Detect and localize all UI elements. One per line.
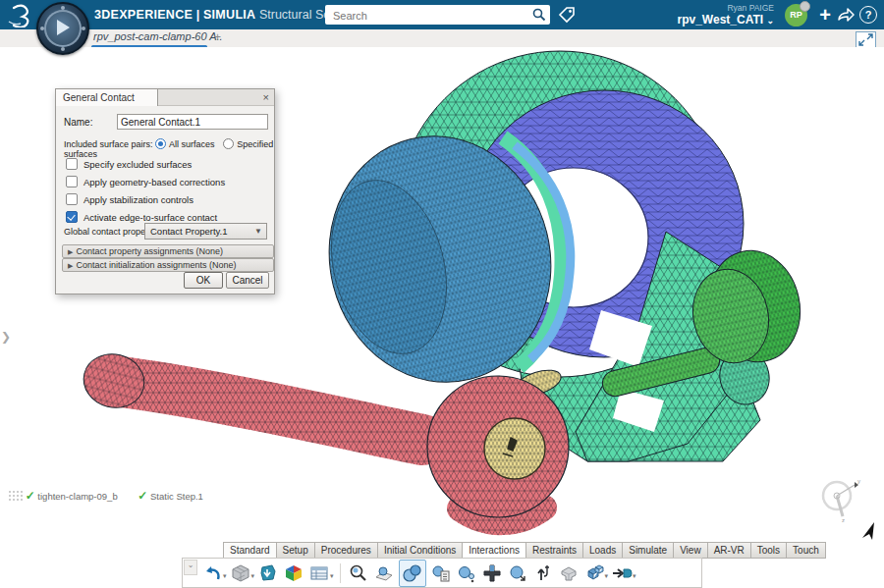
dialog-header[interactable] — [156, 89, 274, 106]
contact-points-button[interactable] — [456, 562, 477, 584]
included-surface-pairs-group: Included surface pairs: All surfaces Spe… — [64, 138, 274, 159]
import-part-button[interactable] — [257, 562, 279, 584]
close-icon[interactable]: × — [263, 91, 269, 103]
avatar[interactable]: RP — [785, 4, 807, 27]
status-dot — [800, 1, 810, 12]
friction-pin-button[interactable] — [532, 562, 554, 584]
support-part-button[interactable] — [558, 562, 580, 584]
status-row: ✓ tighten-clamp-09_b ✓ Static Step.1 — [8, 489, 203, 505]
expander-triangle-icon[interactable]: ▶ — [68, 262, 73, 269]
radio-specified-surfaces[interactable] — [223, 138, 234, 149]
cancel-button[interactable]: Cancel — [226, 272, 269, 289]
tab-standard[interactable]: Standard — [223, 542, 276, 559]
user-org: rpv_West_CATI — [678, 13, 764, 27]
radio-all-surfaces-label[interactable]: All surfaces — [169, 139, 215, 149]
3d-viewport[interactable]: ❯ ✓ tighten-clamp-09_b ✓ Static Step.1 y — [0, 47, 884, 588]
contact-assignments-button[interactable] — [430, 562, 452, 584]
checkbox-label[interactable]: Apply geometry-based corrections — [83, 177, 225, 187]
tab-touch[interactable]: Touch — [786, 542, 826, 559]
compass-tick-east — [82, 27, 85, 30]
checkbox-row[interactable]: Specify excluded surfaces — [66, 158, 192, 170]
tag-icon[interactable] — [557, 5, 577, 25]
dialog-title-tab[interactable]: General Contact — [55, 88, 158, 106]
tab-loads[interactable]: Loads — [582, 542, 622, 559]
tab-procedures[interactable]: Procedures — [314, 542, 377, 559]
add-content-button[interactable]: + — [819, 3, 831, 27]
checkbox-row[interactable]: Apply geometry-based corrections — [66, 176, 225, 187]
avatar-initials: RP — [790, 10, 802, 20]
tab-tools[interactable]: Tools — [750, 542, 786, 559]
checkbox-label[interactable]: Apply stabilization controls — [83, 194, 193, 205]
surface-probe-button[interactable] — [373, 562, 395, 584]
ok-button[interactable]: OK — [184, 272, 223, 289]
search-box[interactable] — [325, 5, 550, 25]
undo-button[interactable] — [201, 562, 223, 584]
toolbar-collapse-chevron[interactable]: ⌄ — [184, 560, 197, 575]
section-contact-initialization-assignments[interactable]: ▶Contact initialization assignments (Non… — [62, 258, 274, 272]
checkbox-edge-to-surface[interactable] — [66, 211, 78, 223]
3ds-logo-icon[interactable] — [6, 2, 33, 27]
status-step-name[interactable]: Static Step.1 — [150, 491, 203, 502]
chevron-down-icon: ▼ — [254, 224, 262, 239]
table-view-caret-icon[interactable]: ▾ — [330, 572, 334, 580]
user-identity[interactable]: Ryan PAIGE rpv_West_CATI ⌄ — [678, 2, 774, 27]
3d-cursor-arrow — [860, 521, 878, 541]
checkbox-row[interactable]: Apply stabilization controls — [66, 193, 193, 205]
contact-query-button[interactable] — [507, 562, 528, 584]
checkbox-row[interactable]: Activate edge-to-surface contact — [66, 211, 217, 223]
share-icon[interactable] — [837, 6, 855, 22]
view-triad[interactable]: y z — [813, 469, 864, 524]
general-contact-dialog: General Contact × Name: Included surface… — [55, 88, 275, 294]
checkbox-geometry-corrections[interactable] — [66, 176, 78, 187]
compass-play-icon[interactable] — [57, 20, 70, 35]
display-modes-button[interactable] — [283, 562, 304, 584]
pairs-label: Included surface pairs: — [64, 139, 153, 149]
name-label: Name: — [64, 117, 92, 128]
contact-property-select[interactable]: Contact Property.1 ▼ — [144, 223, 267, 240]
tab-interactions[interactable]: Interactions — [462, 542, 525, 559]
new-tab-button[interactable]: + — [214, 30, 221, 44]
search-icon[interactable] — [532, 8, 546, 22]
mesh-grid-icon[interactable] — [8, 490, 23, 502]
tab-setup[interactable]: Setup — [276, 542, 314, 559]
restore-window-button[interactable] — [856, 31, 876, 48]
export-connector-caret-icon[interactable]: ▾ — [633, 572, 636, 580]
brand-3dexperience: 3DEXPERIENCE — [94, 8, 193, 22]
expander-triangle-icon[interactable]: ▶ — [68, 248, 73, 255]
check-icon: ✓ — [138, 489, 147, 503]
mesh-part-caret-icon[interactable]: ▾ — [251, 572, 255, 580]
help-icon[interactable]: ? — [859, 6, 877, 24]
3dexperience-compass[interactable] — [36, 2, 89, 55]
section-contact-property-assignments[interactable]: ▶Contact property assignments (None) — [62, 244, 274, 258]
name-input[interactable] — [117, 114, 268, 130]
checkbox-stabilization-controls[interactable] — [66, 193, 78, 205]
cam-washer[interactable] — [484, 418, 545, 479]
query-zoom-button[interactable] — [348, 562, 369, 584]
table-view-button[interactable] — [308, 562, 330, 584]
checkbox-specify-excluded[interactable] — [66, 158, 78, 170]
undo-caret-icon[interactable]: ▾ — [223, 572, 227, 580]
user-caret-icon[interactable]: ⌄ — [766, 16, 774, 26]
duplicate-bodies-caret-icon[interactable]: ▾ — [605, 572, 609, 580]
general-contact-button[interactable] — [399, 560, 426, 587]
tab-simulate[interactable]: Simulate — [622, 542, 673, 559]
export-connector-button[interactable] — [611, 562, 633, 584]
search-input[interactable] — [331, 6, 526, 25]
tab-restraints[interactable]: Restraints — [525, 542, 582, 559]
radio-all-surfaces[interactable] — [155, 138, 166, 149]
checkbox-label[interactable]: Activate edge-to-surface contact — [83, 212, 217, 223]
mesh-part-button[interactable] — [230, 562, 251, 584]
duplicate-bodies-button[interactable] — [583, 562, 605, 584]
tab-initial-conditions[interactable]: Initial Conditions — [377, 542, 462, 559]
tab-ar-vr[interactable]: AR-VR — [707, 542, 750, 559]
compass-tick-south — [61, 47, 65, 51]
checkbox-label[interactable]: Specify excluded surfaces — [83, 159, 192, 170]
status-model-name[interactable]: tighten-clamp-09_b — [37, 491, 117, 502]
brand-divider: | — [196, 8, 200, 22]
document-tab[interactable]: rpv_post-cam-clamp-60 A.. — [93, 30, 223, 46]
panel-expander-chevron-icon[interactable]: ❯ — [1, 330, 11, 344]
triad-axis-z-label: z — [842, 517, 845, 523]
application-window: 3DEXPERIENCE | SIMULIA Structural Scenar… — [0, 0, 884, 588]
add-intersection-button[interactable] — [481, 562, 503, 584]
tab-view[interactable]: View — [673, 542, 707, 559]
